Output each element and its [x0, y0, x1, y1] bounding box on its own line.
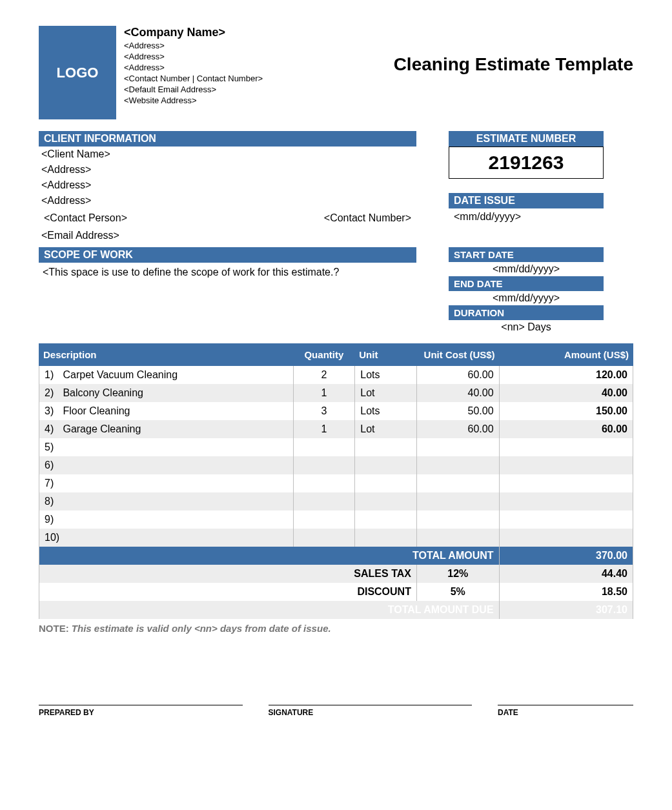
- start-date-heading: START DATE: [449, 247, 604, 262]
- cell-quantity: 2: [293, 366, 355, 385]
- sig-date-label: DATE: [498, 708, 633, 717]
- cell-quantity: 1: [293, 420, 355, 438]
- cell-unit-cost: [416, 438, 499, 456]
- document-header: LOGO <Company Name> <Address> <Address> …: [39, 26, 633, 119]
- cell-description: 6): [39, 456, 294, 474]
- cell-unit-cost: [416, 492, 499, 511]
- sig-signature-label: SIGNATURE: [269, 708, 473, 717]
- date-issue-value: <mm/dd/yyyy>: [449, 208, 604, 225]
- company-line: <Website Address>: [124, 96, 263, 105]
- document-title: Cleaning Estimate Template: [394, 54, 633, 75]
- cell-quantity: [293, 511, 355, 529]
- cell-description: 8): [39, 492, 294, 511]
- dates-section: START DATE <mm/dd/yyyy> END DATE <mm/dd/…: [449, 247, 604, 334]
- cell-quantity: [293, 492, 355, 511]
- cell-amount: 40.00: [499, 384, 633, 402]
- table-row: 5): [39, 438, 633, 456]
- table-row: 7): [39, 474, 633, 492]
- cell-unit-cost: [416, 456, 499, 474]
- client-contact-person: <Contact Person>: [41, 210, 321, 226]
- table-row: 8): [39, 492, 633, 511]
- cell-unit: [355, 474, 417, 492]
- client-name: <Client Name>: [39, 147, 416, 162]
- cell-description: 7): [39, 474, 294, 492]
- cell-amount: [499, 438, 633, 456]
- duration-value: <nn> Days: [449, 320, 604, 334]
- cell-unit-cost: 40.00: [416, 384, 499, 402]
- total-due-row: TOTAL AMOUNT DUE 307.10: [39, 601, 633, 619]
- th-amount: Amount (US$): [499, 344, 633, 366]
- cell-description: 4) Garage Cleaning: [39, 420, 294, 438]
- cell-unit: Lots: [355, 366, 417, 385]
- company-line: <Contact Number | Contact Number>: [124, 74, 263, 83]
- note-line: NOTE: This estimate is valid only <nn> d…: [39, 623, 633, 634]
- total-due-label: TOTAL AMOUNT DUE: [39, 601, 500, 619]
- sales-tax-label: SALES TAX: [39, 565, 417, 583]
- th-unit-cost: Unit Cost (US$): [416, 344, 499, 366]
- cell-description: 5): [39, 438, 294, 456]
- cell-unit: [355, 456, 417, 474]
- table-row: 6): [39, 456, 633, 474]
- end-date-value: <mm/dd/yyyy>: [449, 291, 604, 305]
- company-name: <Company Name>: [124, 26, 263, 39]
- th-unit: Unit: [355, 344, 417, 366]
- scope-body: <This space is use to define the scope o…: [39, 263, 416, 330]
- th-description: Description: [39, 344, 294, 366]
- cell-unit-cost: 50.00: [416, 402, 499, 420]
- company-info: <Company Name> <Address> <Address> <Addr…: [124, 26, 263, 119]
- sales-tax-row: SALES TAX 12% 44.40: [39, 565, 633, 583]
- sales-tax-pct: 12%: [416, 565, 499, 583]
- cell-amount: [499, 474, 633, 492]
- sig-prepared-by-label: PREPARED BY: [39, 708, 243, 717]
- cell-unit-cost: 60.00: [416, 420, 499, 438]
- cell-quantity: 1: [293, 384, 355, 402]
- cell-description: 9): [39, 511, 294, 529]
- cell-unit: Lots: [355, 402, 417, 420]
- total-amount-value: 370.00: [499, 547, 633, 565]
- discount-label: DISCOUNT: [39, 583, 417, 601]
- estimate-number-section: ESTIMATE NUMBER 2191263 DATE ISSUE <mm/d…: [449, 131, 604, 243]
- note-label: NOTE:: [39, 623, 69, 634]
- cell-unit: [355, 511, 417, 529]
- cell-unit: Lot: [355, 420, 417, 438]
- company-line: <Address>: [124, 52, 263, 61]
- cell-description: 3) Floor Cleaning: [39, 402, 294, 420]
- cell-description: 10): [39, 529, 294, 547]
- cell-unit-cost: [416, 529, 499, 547]
- scope-section: SCOPE OF WORK <This space is use to defi…: [39, 247, 416, 334]
- cell-amount: 120.00: [499, 366, 633, 385]
- cell-quantity: [293, 456, 355, 474]
- line-items-table: Description Quantity Unit Unit Cost (US$…: [39, 343, 633, 619]
- cell-unit: [355, 438, 417, 456]
- th-quantity: Quantity: [293, 344, 355, 366]
- estimate-number-heading: ESTIMATE NUMBER: [449, 131, 604, 147]
- start-date-value: <mm/dd/yyyy>: [449, 262, 604, 276]
- cell-amount: [499, 492, 633, 511]
- cell-quantity: [293, 474, 355, 492]
- estimate-number-value: 2191263: [449, 147, 604, 179]
- cell-unit-cost: [416, 474, 499, 492]
- cell-unit: [355, 529, 417, 547]
- company-line: <Address>: [124, 63, 263, 72]
- cell-unit: Lot: [355, 384, 417, 402]
- cell-description: 2) Balcony Cleaning: [39, 384, 294, 402]
- cell-amount: [499, 529, 633, 547]
- total-amount-label: TOTAL AMOUNT: [39, 547, 500, 565]
- sig-date: DATE: [498, 705, 633, 717]
- client-address: <Address>: [39, 193, 416, 208]
- table-row: 9): [39, 511, 633, 529]
- cell-quantity: [293, 438, 355, 456]
- cell-amount: 150.00: [499, 402, 633, 420]
- client-address: <Address>: [39, 162, 416, 177]
- total-due-value: 307.10: [499, 601, 633, 619]
- client-email: <Email Address>: [39, 228, 416, 243]
- duration-heading: DURATION: [449, 305, 604, 320]
- signature-row: PREPARED BY SIGNATURE DATE: [39, 705, 633, 717]
- sales-tax-value: 44.40: [499, 565, 633, 583]
- total-amount-row: TOTAL AMOUNT 370.00: [39, 547, 633, 565]
- client-info-section: CLIENT INFORMATION <Client Name> <Addres…: [39, 131, 416, 243]
- cell-quantity: [293, 529, 355, 547]
- sig-prepared-by: PREPARED BY: [39, 705, 243, 717]
- table-row: 4) Garage Cleaning1Lot60.0060.00: [39, 420, 633, 438]
- company-line: <Default Email Address>: [124, 85, 263, 94]
